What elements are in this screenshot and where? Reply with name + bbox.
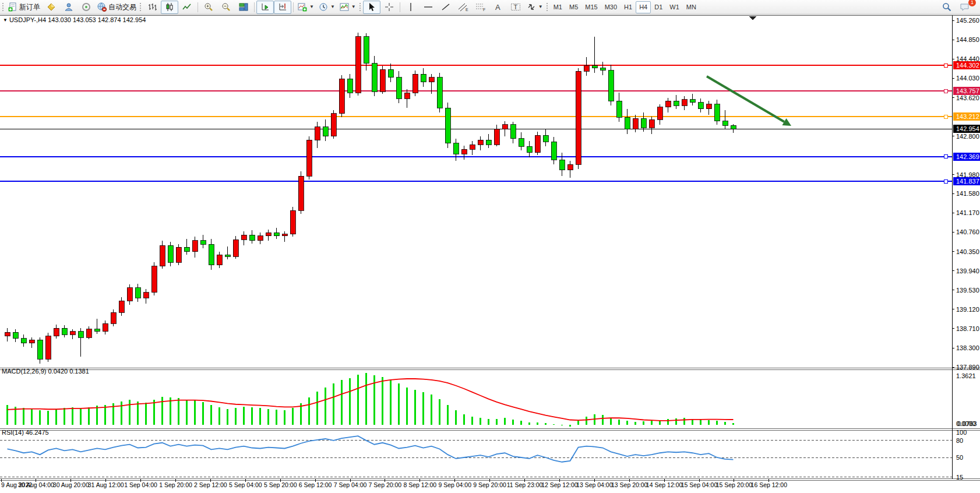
- template-icon: [340, 2, 349, 12]
- mt4-window: 新订单: [0, 0, 980, 493]
- svg-text:E: E: [466, 8, 468, 12]
- toolbar: 新订单: [0, 0, 980, 15]
- svg-text:12 Sep 12:00: 12 Sep 12:00: [541, 481, 578, 488]
- trendline-tool[interactable]: [437, 1, 454, 14]
- chevron-down-icon: ▼: [538, 5, 543, 9]
- svg-text:1 Sep 20:00: 1 Sep 20:00: [159, 481, 192, 488]
- fibonacci-tool[interactable]: F: [472, 1, 489, 14]
- text-label-tool[interactable]: T: [507, 1, 524, 14]
- new-order-icon: [8, 2, 17, 12]
- horizontal-line-tool[interactable]: [420, 1, 437, 14]
- cursor-button[interactable]: [363, 1, 380, 14]
- search-button[interactable]: [938, 1, 956, 14]
- timeframe-MN[interactable]: MN: [683, 1, 700, 13]
- equidistant-channel-icon: E: [458, 2, 468, 12]
- candlestick-mode-button[interactable]: [161, 1, 178, 14]
- svg-text:141.170: 141.170: [956, 209, 979, 216]
- svg-text:80: 80: [956, 437, 963, 444]
- svg-text:144.030: 144.030: [956, 75, 979, 82]
- svg-text:6 Sep 12:00: 6 Sep 12:00: [299, 481, 332, 488]
- notifications-button[interactable]: 1: [956, 1, 973, 14]
- timeframe-W1[interactable]: W1: [666, 1, 683, 13]
- group-grip[interactable]: [546, 2, 548, 12]
- crosshair-icon: [385, 2, 394, 12]
- macd-pane: 1.36210.00000.0763: [8, 372, 977, 427]
- svg-text:139.530: 139.530: [956, 287, 979, 294]
- zoom-out-button[interactable]: [217, 1, 235, 14]
- periods-button[interactable]: ▼: [316, 1, 337, 14]
- svg-text:145.260: 145.260: [956, 17, 979, 24]
- macd-indicator-label: MACD(12,26,9) 0.0420 0.1381: [2, 368, 89, 375]
- group-grip[interactable]: [359, 2, 361, 12]
- chevron-down-icon: ▼: [309, 5, 314, 9]
- svg-text:7 Sep 04:00: 7 Sep 04:00: [334, 481, 367, 488]
- auto-scroll-button[interactable]: [256, 1, 274, 14]
- person-icon: [64, 2, 73, 12]
- chart-shift-button[interactable]: [274, 1, 291, 14]
- collapse-triangle-icon: ▼: [3, 17, 8, 23]
- vertical-line-icon: [407, 2, 415, 12]
- svg-text:13 Sep 20:00: 13 Sep 20:00: [611, 481, 648, 488]
- timeframe-H4[interactable]: H4: [636, 1, 651, 13]
- timeframe-M30[interactable]: M30: [601, 1, 621, 13]
- notification-badge: 1: [968, 0, 976, 6]
- horizontal-line-icon: [424, 2, 433, 12]
- svg-text:5 Sep 20:00: 5 Sep 20:00: [264, 481, 297, 488]
- arrows-tool[interactable]: ▼: [524, 1, 545, 14]
- indicators-button[interactable]: ▼: [295, 1, 316, 14]
- templates-button[interactable]: ▼: [337, 1, 358, 14]
- candlesticks: [5, 33, 736, 364]
- svg-text:141.837: 141.837: [956, 178, 979, 185]
- tile-windows-button[interactable]: [235, 1, 252, 14]
- zoom-in-button[interactable]: [200, 1, 217, 14]
- yellow-cube-icon: [47, 2, 56, 12]
- auto-trading-button[interactable]: 自动交易: [95, 1, 139, 14]
- vertical-line-tool[interactable]: [402, 1, 420, 14]
- svg-text:7 Sep 20:00: 7 Sep 20:00: [369, 481, 402, 488]
- svg-text:F: F: [483, 8, 485, 12]
- navigator-button[interactable]: [60, 1, 77, 14]
- svg-text:142.369: 142.369: [956, 153, 979, 160]
- tile-windows-icon: [239, 2, 248, 12]
- svg-text:9 Sep 04:00: 9 Sep 04:00: [438, 481, 471, 488]
- line-chart-icon: [182, 2, 192, 12]
- timeframe-M1[interactable]: M1: [550, 1, 566, 13]
- level-lines[interactable]: [0, 64, 952, 183]
- svg-text:2 Sep 12:00: 2 Sep 12:00: [194, 481, 227, 488]
- svg-text:15 Sep 04:00: 15 Sep 04:00: [681, 481, 718, 488]
- svg-text:143.212: 143.212: [956, 113, 979, 120]
- svg-text:139.940: 139.940: [956, 267, 979, 274]
- channel-tool[interactable]: E: [454, 1, 472, 14]
- signal-button[interactable]: [77, 1, 95, 14]
- chart-canvas[interactable]: 145.260144.850144.440144.030143.620142.8…: [0, 0, 980, 493]
- svg-text:142.954: 142.954: [956, 125, 979, 132]
- price-axis[interactable]: 145.260144.850144.440144.030143.620142.8…: [0, 15, 980, 480]
- toolbar-grip[interactable]: [2, 2, 4, 12]
- svg-text:138.300: 138.300: [956, 344, 979, 351]
- timeframe-M5[interactable]: M5: [566, 1, 581, 13]
- svg-text:140.760: 140.760: [956, 228, 979, 235]
- svg-text:144.850: 144.850: [956, 36, 979, 43]
- line-chart-mode-button[interactable]: [178, 1, 196, 14]
- chevron-down-icon: ▼: [330, 5, 335, 9]
- timeframe-D1[interactable]: D1: [651, 1, 666, 13]
- chart-title: ▼USDJPY-,H4 143.030 143.053 142.874 142.…: [3, 16, 146, 23]
- timeframe-M15[interactable]: M15: [581, 1, 601, 13]
- svg-text:1 Sep 04:00: 1 Sep 04:00: [124, 481, 157, 488]
- fibonacci-icon: F: [475, 2, 486, 12]
- text-tool[interactable]: A: [489, 1, 507, 14]
- timeframe-H1[interactable]: H1: [621, 1, 636, 13]
- market-watch-button[interactable]: [43, 1, 60, 14]
- rsi-indicator-label: RSI(14) 46.2475: [2, 429, 49, 436]
- globe-stop-icon: [97, 2, 107, 12]
- svg-text:14 Sep 12:00: 14 Sep 12:00: [646, 481, 683, 488]
- text-label-icon: T: [510, 2, 521, 12]
- timeframe-group: M1M5M15M30H1H4D1W1MN: [550, 1, 700, 13]
- bar-chart-mode-button[interactable]: [143, 1, 161, 14]
- svg-text:141.580: 141.580: [956, 190, 979, 197]
- new-order-button[interactable]: 新订单: [6, 1, 43, 14]
- auto-trading-label: 自动交易: [108, 2, 136, 12]
- group-grip[interactable]: [139, 2, 142, 12]
- crosshair-button[interactable]: [380, 1, 398, 14]
- shapes-arrows-icon: [527, 2, 536, 12]
